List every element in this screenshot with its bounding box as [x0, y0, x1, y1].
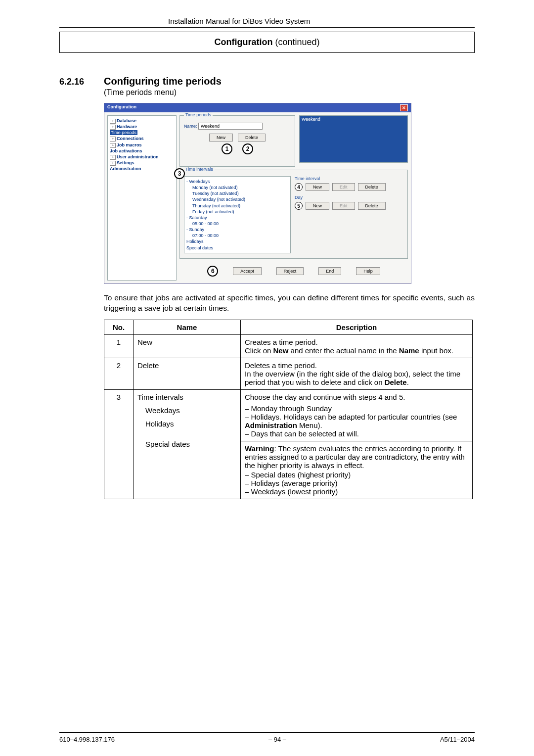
interval-delete-button[interactable]: Delete	[358, 183, 386, 191]
listbox-item[interactable]: Weekend	[302, 117, 405, 122]
warning-label: Warning	[245, 444, 274, 453]
warn-item: Weekdays (lowest priority)	[245, 487, 468, 496]
group-label: Day	[295, 195, 403, 200]
tree-item[interactable]: Tuesday (not activated)	[186, 190, 288, 196]
tree-label: Job activations	[110, 148, 142, 153]
tree-label: Hardware	[117, 124, 137, 129]
tree-item[interactable]: +Hardware	[110, 124, 174, 130]
sub-desc: Monday through Sunday	[245, 404, 468, 413]
table-row: 1 New Creates a time period. Click on Ne…	[104, 334, 473, 358]
cell-desc: Creates a time period. Click on New and …	[241, 334, 473, 358]
legend: Time intervals	[184, 167, 215, 172]
callout-6: 6	[207, 266, 218, 277]
cell-desc: Deletes a time period. In the overview (…	[241, 358, 473, 389]
cell-name: Delete	[134, 358, 241, 389]
callout-1: 1	[222, 143, 232, 154]
nav-tree[interactable]: +Database +Hardware Time periods +Connec…	[107, 115, 177, 281]
sub-name: Special dates	[137, 440, 236, 448]
tree-item[interactable]: Wednesday (not activated)	[186, 196, 288, 202]
table-row: 3 Time intervals Weekdays Holidays Speci…	[104, 389, 473, 499]
expand-icon[interactable]: +	[110, 119, 116, 124]
intro-paragraph: To ensure that jobs are activated at spe…	[104, 293, 475, 314]
th-desc: Description	[241, 320, 473, 334]
name-input[interactable]: Weekend	[198, 123, 263, 130]
collapse-icon[interactable]: -	[186, 227, 188, 232]
cell-name: New	[134, 334, 241, 358]
header-rule	[59, 27, 475, 28]
tree-item[interactable]: Holidays	[186, 238, 288, 244]
section-box-rest: (continued)	[272, 37, 319, 47]
cell-no: 1	[104, 334, 134, 358]
cell-desc: Choose the day and continue with steps 4…	[241, 389, 473, 499]
sub-name: Holidays	[137, 420, 236, 428]
tree-item[interactable]: Monday (not activated)	[186, 185, 288, 190]
interval-side: Time interval 4 New Edit Delete Day 5 Ne…	[295, 176, 403, 253]
interval-new-button[interactable]: New	[306, 183, 329, 191]
sub-desc: Holidays. Holidays can be adapted for pa…	[245, 413, 468, 429]
day-delete-button[interactable]: Delete	[358, 202, 386, 210]
sub-name: Weekdays	[137, 406, 236, 415]
name-label: Name:	[184, 124, 197, 129]
tree-item[interactable]: +Database	[110, 118, 174, 124]
callout-3: 3	[174, 168, 185, 179]
interval-tree[interactable]: - Weekdays Monday (not activated) Tuesda…	[184, 176, 291, 253]
section-number: 6.2.16	[59, 77, 89, 87]
expand-icon[interactable]: +	[110, 155, 116, 160]
tree-item[interactable]: Job activations	[110, 148, 174, 154]
collapse-icon[interactable]: -	[186, 179, 188, 184]
interval-edit-button[interactable]: Edit	[332, 183, 355, 191]
section-box-bold: Configuration	[214, 37, 272, 47]
tree-item[interactable]: Friday (not activated)	[186, 209, 288, 215]
tree-item[interactable]: Special dates	[186, 245, 288, 251]
tree-label: User administration	[117, 154, 159, 159]
doc-header-title: Installation Manual for DiBos Video Syst…	[59, 17, 475, 25]
group-label: Time interval	[295, 176, 403, 181]
tree-item[interactable]: - Saturday	[186, 215, 288, 221]
tree-label: Administration	[110, 166, 141, 171]
tree-label: Time periods	[110, 130, 137, 135]
expand-icon[interactable]: +	[110, 137, 116, 142]
callout-4: 4	[295, 183, 303, 191]
close-icon[interactable]: ✕	[400, 104, 408, 111]
section-box: Configuration (continued)	[59, 32, 475, 53]
help-button[interactable]: Help	[356, 267, 380, 275]
tree-item-selected[interactable]: Time periods	[110, 130, 174, 136]
tree-item[interactable]: - Weekdays	[186, 179, 288, 185]
tree-item[interactable]: 05:00 - 00:00	[186, 221, 288, 227]
delete-button[interactable]: Delete	[238, 134, 266, 142]
expand-icon[interactable]: +	[110, 161, 116, 166]
day-new-button[interactable]: New	[306, 202, 329, 210]
end-button[interactable]: End	[318, 267, 341, 275]
section-title: Configuring time periods	[104, 76, 222, 87]
tree-label: Settings	[117, 160, 134, 165]
cell-name: Time intervals Weekdays Holidays Special…	[134, 389, 241, 499]
tree-item[interactable]: 07:00 - 00:00	[186, 233, 288, 238]
expand-icon[interactable]: +	[110, 125, 116, 130]
collapse-icon[interactable]: -	[186, 215, 188, 220]
tree-item[interactable]: +Settings	[110, 160, 174, 166]
cell-no: 2	[104, 358, 134, 389]
tree-item[interactable]: Administration	[110, 166, 174, 172]
window-title: Configuration	[107, 104, 136, 111]
tree-item[interactable]: Thursday (not activated)	[186, 203, 288, 209]
tree-label: Database	[117, 118, 136, 123]
tree-label: Connections	[117, 136, 144, 141]
tree-label: Job macros	[117, 142, 142, 147]
tree-item[interactable]: - Sunday	[186, 227, 288, 233]
reject-button[interactable]: Reject	[276, 267, 304, 275]
cell-no: 3	[104, 389, 134, 499]
callout-5: 5	[295, 202, 303, 210]
expand-icon[interactable]: +	[110, 143, 116, 148]
page-footer: 610–4.998.137.176 – 94 – A5/11–2004	[59, 732, 475, 743]
new-button[interactable]: New	[209, 134, 233, 142]
day-edit-button[interactable]: Edit	[332, 202, 355, 210]
footer-right: A5/11–2004	[440, 736, 475, 743]
tree-item[interactable]: +Connections	[110, 136, 174, 142]
table-row: 2 Delete Deletes a time period. In the o…	[104, 358, 473, 389]
tree-item[interactable]: +User administration	[110, 154, 174, 160]
callout-2: 2	[242, 143, 253, 154]
tree-item[interactable]: +Job macros	[110, 142, 174, 148]
periods-listbox[interactable]: Weekend	[299, 115, 408, 163]
time-periods-fieldset: Time periods Name: Weekend New Delete 1	[179, 115, 295, 167]
accept-button[interactable]: Accept	[233, 267, 262, 275]
